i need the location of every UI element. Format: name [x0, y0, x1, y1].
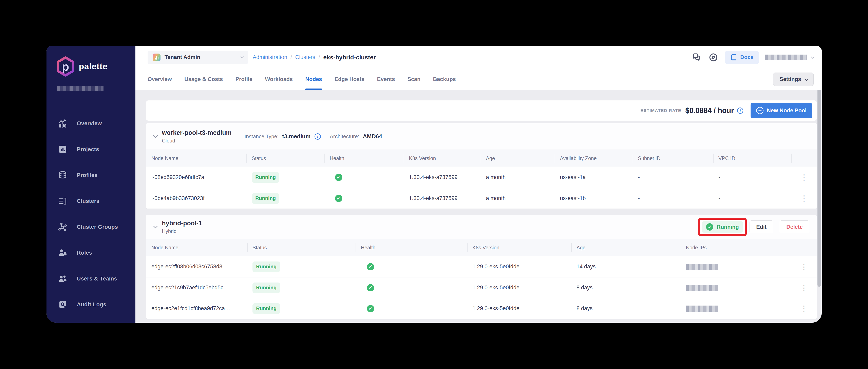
collapse-chevron-icon[interactable]: [153, 134, 157, 139]
collapse-chevron-icon[interactable]: [153, 225, 157, 229]
pool-type: Cloud: [162, 138, 231, 144]
breadcrumb-separator: /: [318, 54, 320, 60]
redacted-user-name: [765, 55, 807, 60]
table-header-row: Node Name Status Health K8s Version Age …: [146, 239, 817, 256]
settings-button[interactable]: Settings: [773, 72, 814, 86]
tab-edge-hosts[interactable]: Edge Hosts: [335, 69, 365, 90]
info-icon[interactable]: i: [314, 133, 321, 140]
user-menu[interactable]: [765, 55, 814, 60]
sidebar-item-cluster-groups[interactable]: Cluster Groups: [46, 214, 135, 240]
user-lock-icon: [58, 248, 67, 258]
sidebar-item-projects[interactable]: Projects: [46, 136, 135, 162]
chevron-down-icon: [811, 55, 814, 59]
breadcrumb-clusters[interactable]: Clusters: [295, 54, 315, 60]
sidebar-item-overview[interactable]: Overview: [46, 111, 135, 136]
topbar-right: Docs: [691, 51, 814, 64]
delete-button[interactable]: Delete: [780, 220, 809, 234]
info-icon[interactable]: i: [737, 107, 743, 114]
status-badge: Running: [252, 303, 280, 314]
node-pool-card-hybrid: hybrid-pool-1 Hybrid Running Edit Delete: [146, 215, 817, 319]
explore-compass-icon[interactable]: [708, 52, 719, 63]
age: 8 days: [577, 284, 593, 291]
node-name: i-0be4ab9b33673023f: [151, 195, 205, 202]
desktop: { "colors": { "sidebar_navy": "#1a1b50",…: [0, 0, 868, 369]
scope-selector[interactable]: Tenant Admin: [148, 51, 248, 64]
sidebar-item-clusters[interactable]: Clusters: [46, 188, 135, 214]
estimated-rate-value: $0.0884 / hour: [685, 106, 734, 115]
tab-usage-costs[interactable]: Usage & Costs: [184, 69, 223, 90]
breadcrumb-administration[interactable]: Administration: [253, 54, 287, 60]
sidebar-nav: Overview Projects Profiles Clusters: [46, 111, 135, 323]
table-row: edge-ec2ff08b06d03c6758d3… Running 1.29.…: [146, 256, 817, 277]
app-window: p palette Overview Projects: [46, 46, 822, 323]
sidebar-item-label: Overview: [77, 120, 102, 127]
breadcrumb: Administration / Clusters / eks-hybrid-c…: [253, 54, 376, 61]
node-name: edge-ec2e1fcd1cf8bea9d72ca…: [151, 305, 230, 312]
sidebar-item-tenant-settings[interactable]: Tenant Settings: [46, 317, 135, 323]
svg-text:p: p: [62, 60, 69, 73]
pool-meta: Instance Type: t3.medium i Architecture:…: [244, 133, 382, 140]
pool-actions: Running Edit Delete: [698, 218, 809, 236]
pool-name: hybrid-pool-1: [162, 220, 202, 227]
new-node-pool-button[interactable]: + New Node Pool: [750, 103, 812, 118]
vpc-id: -: [718, 195, 720, 202]
column-header: Status: [247, 239, 355, 256]
column-header: K8s Version: [404, 150, 481, 167]
column-header: Node Name: [146, 150, 246, 167]
column-header: VPC ID: [713, 150, 791, 167]
row-menu-kebab-icon[interactable]: [791, 256, 817, 277]
node-name: i-08ed59320e68dfc7a: [151, 174, 204, 181]
network-icon: [58, 222, 67, 232]
palette-logo: p palette: [46, 46, 135, 76]
row-menu-kebab-icon[interactable]: [791, 188, 817, 209]
sidebar-item-label: Profiles: [77, 172, 98, 179]
docs-button[interactable]: Docs: [725, 51, 759, 64]
pool-name: worker-pool-t3-medium: [162, 129, 231, 136]
architecture-label: Architecture:: [330, 133, 359, 140]
feedback-chat-icon[interactable]: [691, 52, 702, 63]
pool-type: Hybrid: [162, 228, 202, 234]
column-header-actions: [791, 239, 817, 256]
sidebar-item-users-teams[interactable]: Users & Teams: [46, 266, 135, 291]
vertical-scrollbar[interactable]: [817, 90, 821, 287]
status-badge: Running: [252, 282, 280, 293]
settings-label: Settings: [779, 76, 801, 83]
tenant-scope-icon: [153, 54, 160, 61]
table-row: edge-ec21c9b7aef1dc5ebd5c… Running 1.29.…: [146, 277, 817, 298]
redacted-org-name: [57, 86, 103, 91]
instance-type-label: Instance Type:: [244, 133, 279, 140]
column-header: Node IPs: [681, 239, 791, 256]
row-menu-kebab-icon[interactable]: [791, 167, 817, 188]
tab-scan[interactable]: Scan: [407, 69, 421, 90]
sidebar-item-roles[interactable]: Roles: [46, 240, 135, 266]
list-icon: [58, 196, 67, 206]
chevron-down-icon: [805, 77, 808, 81]
row-menu-kebab-icon[interactable]: [791, 298, 817, 319]
age: 8 days: [577, 305, 593, 312]
topbar: Tenant Admin Administration / Clusters /…: [135, 46, 822, 69]
nodes-content: ESTIMATED RATE $0.0884 / hour i + New No…: [135, 90, 822, 323]
table-row: edge-ec2e1fcd1cf8bea9d72ca… Running 1.29…: [146, 298, 817, 319]
column-header: Subnet ID: [633, 150, 713, 167]
tab-backups[interactable]: Backups: [433, 69, 456, 90]
healthy-check-icon: [335, 174, 342, 181]
scope-label: Tenant Admin: [164, 54, 200, 60]
main-area: Tenant Admin Administration / Clusters /…: [135, 46, 822, 323]
row-menu-kebab-icon[interactable]: [791, 277, 817, 298]
tab-nodes[interactable]: Nodes: [305, 69, 322, 90]
k8s-version: 1.30.4-eks-a737599: [409, 195, 458, 202]
edit-button[interactable]: Edit: [749, 220, 773, 234]
book-icon: [730, 54, 737, 61]
healthy-check-icon: [367, 284, 374, 291]
sidebar-item-profiles[interactable]: Profiles: [46, 162, 135, 188]
tab-events[interactable]: Events: [377, 69, 395, 90]
chevron-down-icon: [240, 55, 244, 59]
tab-profile[interactable]: Profile: [236, 69, 252, 90]
tab-workloads[interactable]: Workloads: [265, 69, 293, 90]
sidebar-item-label: Users & Teams: [77, 276, 117, 282]
k8s-version: 1.29.0-eks-5e0fdde: [472, 305, 520, 312]
status-badge: Running: [252, 262, 280, 272]
plus-circle-icon: +: [756, 107, 764, 114]
tab-overview[interactable]: Overview: [148, 69, 172, 90]
sidebar-item-audit-logs[interactable]: Audit Logs: [46, 291, 135, 317]
